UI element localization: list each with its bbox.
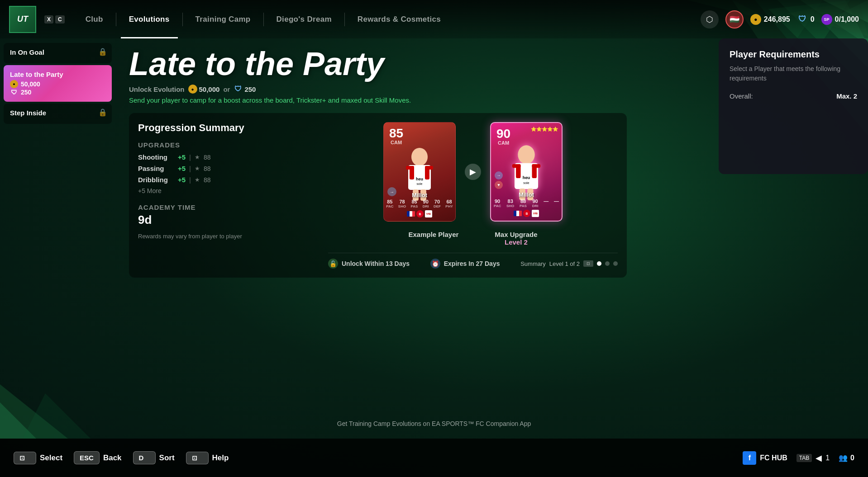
nav-rewards-cosmetics[interactable]: Rewards & Cosmetics <box>345 0 453 38</box>
level-dot-2 <box>605 261 610 266</box>
nav-evolutions[interactable]: Evolutions <box>116 0 182 38</box>
svg-rect-26 <box>512 164 521 168</box>
unlock-icon: 🔓 <box>328 259 338 269</box>
flag-bundesliga-after: B <box>523 210 530 217</box>
level-dot-3 <box>613 261 618 266</box>
card-after-label: Max Upgrade Level 2 <box>495 226 537 246</box>
cards-panel: Progression Summary Upgrades Shooting +5… <box>129 113 627 278</box>
unlock-label: Unlock Evolution <box>129 85 185 93</box>
card-labels: Example Player Max Upgrade Level 2 <box>408 226 537 246</box>
sort-button[interactable]: D Sort <box>133 451 175 464</box>
level-sublabel: Level 2 <box>495 238 537 246</box>
sidebar-item-title: In On Goal <box>10 48 105 56</box>
lock-icon-2: 🔒 <box>98 108 107 117</box>
more-label: +5 More <box>138 187 328 194</box>
stat-def: 70 DEF <box>434 199 441 208</box>
companion-banner: Get Training Camp Evolutions on EA SPORT… <box>337 420 531 427</box>
after-stat-sho: 83 SHO <box>506 198 514 208</box>
help-key-icon: ⊡ <box>192 454 197 462</box>
unlock-cost-shield: 🛡 250 <box>234 85 256 94</box>
svg-point-22 <box>518 145 534 164</box>
logo-text: UT <box>9 6 36 33</box>
svg-text:sole: sole <box>523 181 529 185</box>
sidebar-item-late-party[interactable]: Late to the Party ● 50,000 🛡 250 <box>4 65 112 102</box>
card-before: 85 CAM heu <box>383 122 456 222</box>
sort-key: D <box>133 451 156 464</box>
main-panel: Progression Summary Upgrades Shooting +5… <box>129 113 854 278</box>
nav-right: ⬡ 🇭🇺 ● 246,895 🛡 0 SP 0/1,000 <box>701 10 859 28</box>
progression-side: Progression Summary Upgrades Shooting +5… <box>138 122 328 269</box>
academy-section: Academy Time 9d Rewards may vary from pl… <box>138 203 328 241</box>
unlock-within-info: 🔓 Unlock Within 13 Days <box>328 259 410 269</box>
stat-sho: 78 SHO <box>398 199 406 208</box>
expire-icon: ⏰ <box>430 259 440 269</box>
d-key-icon: D <box>139 454 144 462</box>
expires-text: Expires In 27 Days <box>444 260 500 267</box>
card-after-name: Millot <box>491 191 562 198</box>
nav-left-icon[interactable]: ◀ <box>816 453 822 463</box>
nav-club[interactable]: Club <box>73 0 116 38</box>
card-before-flags: B VfB <box>407 210 432 217</box>
sp-icon: SP <box>821 14 832 25</box>
summary-label: Summary <box>520 260 546 267</box>
svg-rect-16 <box>406 166 414 170</box>
nav-training-camp[interactable]: Training Camp <box>183 0 263 38</box>
after-stat-pas: 88 PAS <box>520 198 527 208</box>
cards-row: 85 CAM heu <box>383 122 563 222</box>
card-before-stats: 85 PAC 78 SHO 85 PAS <box>384 199 455 208</box>
currency-points: 🛡 0 <box>797 14 815 25</box>
page-number: 1 <box>825 454 830 462</box>
arrow-between-cards[interactable]: ▶ <box>465 164 481 180</box>
level-indicator: Summary Level 1 of 2 ⊡ <box>520 260 618 267</box>
fc-hub-icon: f <box>743 451 756 465</box>
tab-key: TAB <box>796 454 812 462</box>
svg-text:sole: sole <box>417 182 423 185</box>
nav-icon-flag[interactable]: 🇭🇺 <box>725 10 744 28</box>
sidebar-gold-icon: ● <box>10 80 18 88</box>
card-after-rating: 90 <box>496 128 510 140</box>
sidebar-item-step-inside[interactable]: 🔒 Step Inside <box>4 104 112 124</box>
main-content: Late to the Party Unlock Evolution ● 50,… <box>115 38 868 439</box>
cards-area: 85 CAM heu <box>328 122 618 269</box>
select-button[interactable]: ⊡ Select <box>14 452 62 464</box>
help-button[interactable]: ⊡ Help <box>186 452 229 464</box>
stat-phy: 68 PHY <box>445 199 453 208</box>
req-title: Player Requirements <box>730 49 857 60</box>
badge-arrow: → <box>495 171 503 179</box>
card-after-flags: B VfB <box>514 210 539 217</box>
select-label: Select <box>40 453 62 463</box>
upgrade-dribbling: Dribbling +5 | ★ 88 <box>138 176 328 184</box>
shield-coin-icon: 🛡 <box>234 85 243 94</box>
shield-icon: 🛡 <box>797 14 808 25</box>
expires-info: ⏰ Expires In 27 Days <box>430 259 500 269</box>
nav-links: Club Evolutions Training Camp Diego's Dr… <box>73 0 453 38</box>
stat-pac: 85 PAC <box>386 199 393 208</box>
nav-diegos-dream[interactable]: Diego's Dream <box>264 0 344 38</box>
upgrades-label: Upgrades <box>138 141 328 149</box>
badge-heart: ♥ <box>495 181 503 189</box>
badge-x: X <box>44 15 53 24</box>
sidebar-item-in-on-goal[interactable]: 🔒 In On Goal <box>4 43 112 63</box>
player-count: 👥 0 <box>839 453 854 462</box>
bottom-bar: ⊡ Select ESC Back D Sort ⊡ Help f FC HUB <box>0 439 868 477</box>
bottom-actions-left: ⊡ Select ESC Back D Sort ⊡ Help <box>14 451 229 464</box>
lock-icon: 🔒 <box>98 47 107 56</box>
flag-vfb-after: VfB <box>532 210 539 217</box>
req-subtitle: Select a Player that meets the following… <box>730 64 857 83</box>
card-badges: → ♥ <box>495 171 503 189</box>
card-arrow-badge: → <box>387 187 396 196</box>
req-overall-value: Max. 2 <box>836 92 857 100</box>
bottom-info-row: 🔓 Unlock Within 13 Days ⏰ Expires In 27 … <box>328 253 618 269</box>
requirements-panel: Player Requirements Select a Player that… <box>719 38 868 174</box>
fc-hub-button[interactable]: f FC HUB <box>743 451 787 465</box>
example-player-label: Example Player <box>408 231 458 238</box>
back-button[interactable]: ESC Back <box>74 451 121 464</box>
app-logo: UT <box>5 1 41 38</box>
sidebar: 🔒 In On Goal Late to the Party ● 50,000 … <box>0 38 115 439</box>
upgrade-passing: Passing +5 | ★ 88 <box>138 165 328 172</box>
currency-coins: ● 246,895 <box>750 14 790 25</box>
rewards-note: Rewards may vary from player to player <box>138 232 328 241</box>
nav-icon-hexagon[interactable]: ⬡ <box>701 10 719 28</box>
flag-france-after <box>514 211 522 216</box>
level-dot-icon: ⊡ <box>583 260 593 267</box>
